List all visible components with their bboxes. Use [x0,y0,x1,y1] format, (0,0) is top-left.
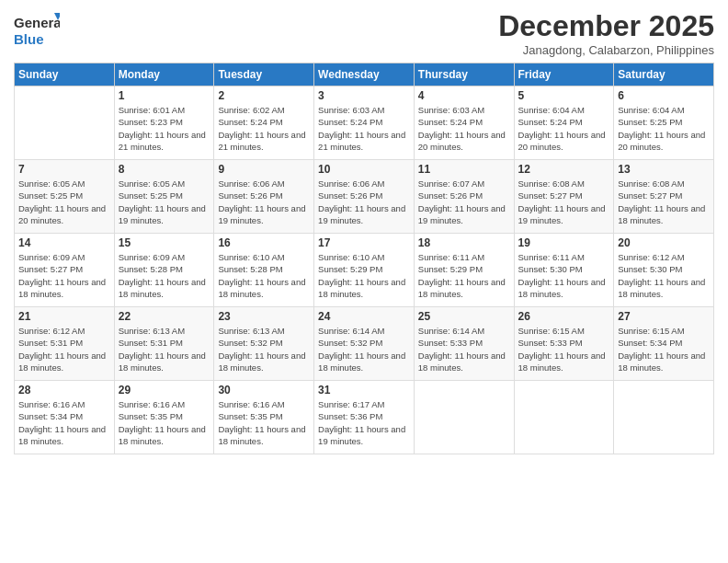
day-number: 8 [119,163,210,176]
calendar-cell: 7 Sunrise: 6:05 AM Sunset: 5:25 PM Dayli… [15,160,115,234]
header-row: Sunday Monday Tuesday Wednesday Thursday… [15,63,714,86]
calendar-cell: 16 Sunrise: 6:10 AM Sunset: 5:28 PM Dayl… [214,234,314,307]
day-number: 27 [618,310,710,323]
sunset: Sunset: 5:32 PM [318,338,382,348]
calendar-cell: 1 Sunrise: 6:01 AM Sunset: 5:23 PM Dayli… [114,86,214,160]
calendar-cell: 6 Sunrise: 6:04 AM Sunset: 5:25 PM Dayli… [614,86,714,160]
sunset: Sunset: 5:35 PM [119,411,183,421]
day-number: 16 [218,236,310,249]
day-number: 30 [218,384,310,396]
sunset: Sunset: 5:28 PM [119,264,183,274]
day-number: 25 [418,310,510,323]
day-info: Sunrise: 6:07 AM Sunset: 5:26 PM Dayligh… [418,178,510,226]
sunset: Sunset: 5:25 PM [119,190,183,201]
daylight: Daylight: 11 hours and 20 minutes. [418,130,506,152]
daylight: Daylight: 11 hours and 18 minutes. [119,277,206,299]
sunrise: Sunrise: 6:08 AM [518,178,585,189]
day-number: 11 [418,163,510,176]
daylight: Daylight: 11 hours and 19 minutes. [119,203,206,225]
day-info: Sunrise: 6:04 AM Sunset: 5:25 PM Dayligh… [618,104,710,153]
calendar-week-1: 7 Sunrise: 6:05 AM Sunset: 5:25 PM Dayli… [15,160,714,234]
sunrise: Sunrise: 6:09 AM [18,252,85,262]
sunset: Sunset: 5:26 PM [318,190,382,201]
daylight: Daylight: 11 hours and 18 minutes. [618,350,705,373]
col-wednesday: Wednesday [314,63,415,86]
calendar-cell: 19 Sunrise: 6:11 AM Sunset: 5:30 PM Dayl… [514,234,614,307]
day-info: Sunrise: 6:01 AM Sunset: 5:23 PM Dayligh… [119,104,210,153]
day-info: Sunrise: 6:16 AM Sunset: 5:35 PM Dayligh… [119,398,210,447]
day-info: Sunrise: 6:02 AM Sunset: 5:24 PM Dayligh… [218,104,310,153]
col-tuesday: Tuesday [214,63,314,86]
sunset: Sunset: 5:29 PM [418,264,483,274]
day-number: 24 [318,310,410,323]
sunset: Sunset: 5:31 PM [18,338,83,348]
daylight: Daylight: 11 hours and 21 minutes. [119,130,206,152]
day-number: 22 [119,310,210,323]
sunset: Sunset: 5:26 PM [218,190,282,201]
calendar-cell: 2 Sunrise: 6:02 AM Sunset: 5:24 PM Dayli… [214,86,314,160]
calendar-cell: 20 Sunrise: 6:12 AM Sunset: 5:30 PM Dayl… [614,234,714,307]
sunset: Sunset: 5:23 PM [119,117,183,127]
daylight: Daylight: 11 hours and 19 minutes. [418,203,506,225]
sunrise: Sunrise: 6:06 AM [318,178,384,189]
day-info: Sunrise: 6:16 AM Sunset: 5:35 PM Dayligh… [218,398,310,447]
daylight: Daylight: 11 hours and 18 minutes. [618,203,705,225]
calendar-cell: 22 Sunrise: 6:13 AM Sunset: 5:31 PM Dayl… [114,307,214,381]
day-info: Sunrise: 6:12 AM Sunset: 5:31 PM Dayligh… [18,325,110,373]
sunrise: Sunrise: 6:03 AM [318,105,384,115]
day-number: 15 [119,236,210,249]
day-info: Sunrise: 6:16 AM Sunset: 5:34 PM Dayligh… [18,398,110,447]
day-info: Sunrise: 6:12 AM Sunset: 5:30 PM Dayligh… [618,251,710,300]
sunrise: Sunrise: 6:06 AM [218,178,284,189]
day-info: Sunrise: 6:10 AM Sunset: 5:28 PM Dayligh… [218,251,310,300]
daylight: Daylight: 11 hours and 19 minutes. [518,203,606,225]
calendar-week-4: 28 Sunrise: 6:16 AM Sunset: 5:34 PM Dayl… [15,381,714,454]
sunrise: Sunrise: 6:01 AM [119,105,185,115]
daylight: Daylight: 11 hours and 20 minutes. [18,203,106,225]
day-number: 9 [218,163,310,176]
sunset: Sunset: 5:27 PM [18,264,83,274]
calendar-cell [514,381,614,454]
sunset: Sunset: 5:24 PM [318,117,382,127]
sunrise: Sunrise: 6:15 AM [618,326,684,336]
calendar-cell [15,86,115,160]
day-info: Sunrise: 6:11 AM Sunset: 5:29 PM Dayligh… [418,251,510,300]
calendar-cell: 13 Sunrise: 6:08 AM Sunset: 5:27 PM Dayl… [614,160,714,234]
day-number: 21 [18,310,110,323]
day-number: 1 [119,89,210,102]
daylight: Daylight: 11 hours and 18 minutes. [218,424,305,446]
day-number: 12 [518,163,610,176]
day-number: 7 [18,163,110,176]
day-info: Sunrise: 6:08 AM Sunset: 5:27 PM Dayligh… [618,178,710,226]
calendar-cell: 15 Sunrise: 6:09 AM Sunset: 5:28 PM Dayl… [114,234,214,307]
sunrise: Sunrise: 6:05 AM [119,178,185,189]
calendar-cell: 5 Sunrise: 6:04 AM Sunset: 5:24 PM Dayli… [514,86,614,160]
sunrise: Sunrise: 6:02 AM [218,105,284,115]
calendar-cell [614,381,714,454]
day-number: 3 [318,89,410,102]
sunrise: Sunrise: 6:04 AM [618,105,684,115]
calendar-table: Sunday Monday Tuesday Wednesday Thursday… [14,63,714,454]
sunset: Sunset: 5:29 PM [318,264,382,274]
daylight: Daylight: 11 hours and 18 minutes. [218,277,305,299]
day-number: 28 [18,384,110,396]
calendar-week-3: 21 Sunrise: 6:12 AM Sunset: 5:31 PM Dayl… [15,307,714,381]
sunset: Sunset: 5:25 PM [18,190,83,201]
day-info: Sunrise: 6:06 AM Sunset: 5:26 PM Dayligh… [218,178,310,226]
sunrise: Sunrise: 6:13 AM [119,326,185,336]
day-number: 31 [318,384,410,396]
daylight: Daylight: 11 hours and 19 minutes. [218,203,305,225]
sunrise: Sunrise: 6:17 AM [318,399,384,409]
daylight: Daylight: 11 hours and 18 minutes. [418,277,506,299]
daylight: Daylight: 11 hours and 18 minutes. [119,424,206,446]
sunrise: Sunrise: 6:16 AM [218,399,284,409]
sunset: Sunset: 5:28 PM [218,264,282,274]
calendar-cell: 10 Sunrise: 6:06 AM Sunset: 5:26 PM Dayl… [314,160,415,234]
day-info: Sunrise: 6:17 AM Sunset: 5:36 PM Dayligh… [318,398,410,447]
day-info: Sunrise: 6:05 AM Sunset: 5:25 PM Dayligh… [18,178,110,226]
logo-svg: General Blue [14,9,60,55]
sunrise: Sunrise: 6:12 AM [18,326,85,336]
daylight: Daylight: 11 hours and 18 minutes. [119,350,206,373]
sunrise: Sunrise: 6:03 AM [418,105,484,115]
day-info: Sunrise: 6:08 AM Sunset: 5:27 PM Dayligh… [518,178,610,226]
